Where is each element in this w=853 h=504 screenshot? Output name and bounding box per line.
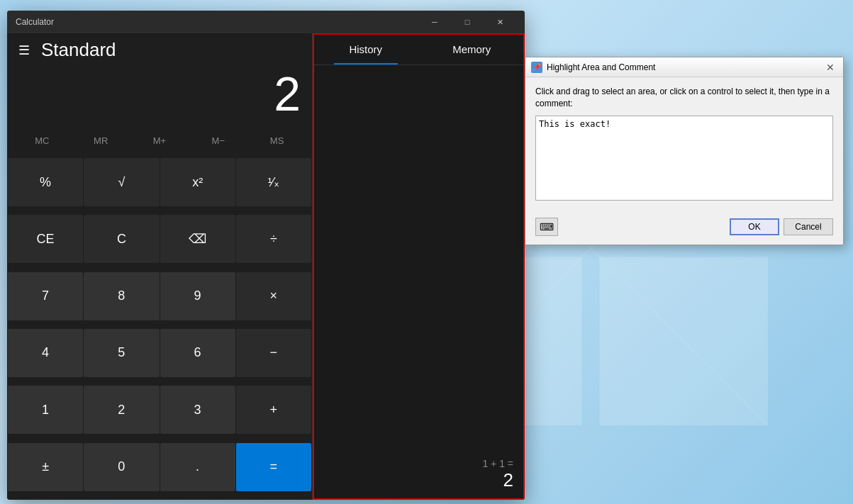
- decimal-button[interactable]: .: [160, 443, 235, 491]
- result-display: 2: [18, 69, 301, 118]
- eight-button[interactable]: 8: [84, 272, 159, 320]
- subtract-button[interactable]: −: [236, 329, 311, 377]
- mc-button[interactable]: MC: [13, 126, 72, 155]
- six-button[interactable]: 6: [160, 329, 235, 377]
- zero-button[interactable]: 0: [84, 443, 159, 491]
- seven-button[interactable]: 7: [8, 272, 83, 320]
- ms-button[interactable]: MS: [247, 126, 306, 155]
- menu-icon[interactable]: ☰: [18, 43, 30, 58]
- add-button[interactable]: +: [236, 386, 311, 434]
- ce-button[interactable]: CE: [8, 215, 83, 263]
- display-area: 2: [7, 64, 312, 123]
- dialog-title-text: Highlight Area and Comment: [547, 62, 655, 72]
- keyboard-button[interactable]: ⌨: [535, 218, 558, 236]
- dialog-footer-left: ⌨: [535, 218, 558, 236]
- memory-row: MC MR M+ M− MS: [7, 123, 312, 157]
- one-button[interactable]: 1: [8, 386, 83, 434]
- dialog-footer-right: OK Cancel: [730, 218, 833, 235]
- square-button[interactable]: x²: [160, 158, 235, 206]
- history-tabs: History Memory: [313, 33, 525, 65]
- calculator-main: ☰ Standard 2 MC MR M+ M− MS % √ x² ¹⁄ₓ: [7, 33, 312, 500]
- four-button[interactable]: 4: [8, 329, 83, 377]
- calculator-body: ☰ Standard 2 MC MR M+ M− MS % √ x² ¹⁄ₓ: [7, 33, 525, 500]
- calculator-window: Calculator ─ □ ✕ ☰ Standard 2 MC MR M+ M…: [7, 11, 525, 500]
- dialog-body: Click and drag to select an area, or cli…: [525, 77, 843, 212]
- tab-history[interactable]: History: [313, 33, 419, 65]
- backspace-button[interactable]: ⌫: [160, 215, 235, 263]
- mr-button[interactable]: MR: [72, 126, 130, 155]
- close-button[interactable]: ✕: [484, 11, 516, 33]
- dialog-title-icon: 📌: [531, 62, 542, 73]
- calculator-titlebar: Calculator ─ □ ✕: [7, 11, 525, 33]
- dialog-title-left: 📌 Highlight Area and Comment: [531, 62, 655, 73]
- negate-button[interactable]: ±: [8, 443, 83, 491]
- dialog-close-button[interactable]: ✕: [823, 60, 837, 74]
- reciprocal-button[interactable]: ¹⁄ₓ: [236, 158, 311, 206]
- mplus-button[interactable]: M+: [130, 126, 189, 155]
- dialog-instruction: Click and drag to select an area, or cli…: [535, 86, 833, 110]
- comment-textarea[interactable]: This is exact!: [535, 116, 833, 201]
- history-entry: 1 + 1 = 2: [318, 455, 519, 494]
- five-button[interactable]: 5: [84, 329, 159, 377]
- history-panel: History Memory 1 + 1 = 2: [312, 33, 525, 500]
- percent-button[interactable]: %: [8, 158, 83, 206]
- c-button[interactable]: C: [84, 215, 159, 263]
- history-value: 2: [324, 469, 513, 491]
- multiply-button[interactable]: ×: [236, 272, 311, 320]
- titlebar-controls: ─ □ ✕: [418, 11, 516, 33]
- maximize-button[interactable]: □: [451, 11, 484, 33]
- minimize-button[interactable]: ─: [418, 11, 451, 33]
- divide-button[interactable]: ÷: [236, 215, 311, 263]
- highlight-dialog: 📌 Highlight Area and Comment ✕ Click and…: [525, 57, 844, 245]
- history-content: 1 + 1 = 2: [313, 65, 525, 500]
- two-button[interactable]: 2: [84, 386, 159, 434]
- ok-button[interactable]: OK: [730, 218, 779, 235]
- dialog-footer: ⌨ OK Cancel: [525, 212, 843, 245]
- cancel-button[interactable]: Cancel: [784, 218, 833, 235]
- sqrt-button[interactable]: √: [84, 158, 159, 206]
- calculator-title: Calculator: [16, 17, 54, 27]
- mode-title: Standard: [41, 39, 116, 61]
- calculator-header: ☰ Standard: [7, 33, 312, 64]
- history-expression: 1 + 1 =: [324, 458, 513, 469]
- three-button[interactable]: 3: [160, 386, 235, 434]
- mminus-button[interactable]: M−: [189, 126, 247, 155]
- tab-memory[interactable]: Memory: [419, 33, 525, 65]
- dialog-titlebar: 📌 Highlight Area and Comment ✕: [525, 57, 843, 77]
- nine-button[interactable]: 9: [160, 272, 235, 320]
- equals-button[interactable]: =: [236, 443, 311, 491]
- keypad: % √ x² ¹⁄ₓ CE C ⌫ ÷ 7 8 9 × 4 5 6 − 1 2 …: [7, 157, 312, 500]
